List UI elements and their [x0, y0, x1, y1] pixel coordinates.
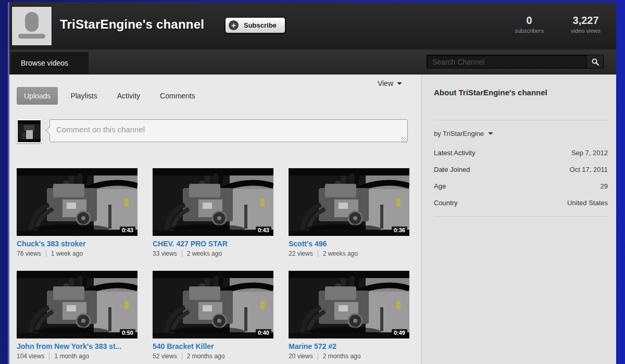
video-views: 22 views — [289, 250, 318, 257]
video-card[interactable]: 0:43 Chuck's 383 stroker 76 views 1 week… — [17, 168, 138, 257]
video-title-link[interactable]: CHEV. 427 PRO STAR — [153, 240, 273, 248]
engine-dyno-thumbnail-image — [153, 271, 273, 338]
channel-search — [427, 55, 604, 69]
video-card[interactable]: 0:40 540 Bracket Killer 52 views 2 month… — [153, 271, 273, 360]
subscribers-stat: 0 subscribers — [515, 15, 544, 34]
user-avatar-image — [18, 120, 41, 142]
video-thumbnail[interactable]: 0:36 — [289, 168, 409, 236]
subscribe-button-label: Subscribe — [244, 21, 277, 29]
person-silhouette-icon — [12, 7, 52, 45]
video-age: 2 weeks ago — [318, 250, 358, 257]
video-age: 2 months ago — [318, 353, 361, 360]
subscribers-count: 0 — [515, 15, 544, 27]
info-value: Oct 17, 2011 — [570, 166, 608, 173]
video-title-link[interactable]: 540 Bracket Killer — [153, 342, 273, 350]
search-input[interactable] — [427, 55, 604, 69]
video-meta: 20 views 2 months ago — [289, 353, 409, 360]
info-value: United States — [567, 199, 608, 207]
plus-icon: + — [229, 20, 239, 30]
video-age: 2 months ago — [182, 353, 225, 360]
comment-row — [17, 119, 408, 144]
about-sidebar: About TriStarEngine's channel by TriStar… — [421, 74, 616, 364]
byline-dropdown[interactable]: by TriStarEngine — [434, 130, 608, 137]
video-duration: 0:43 — [256, 227, 271, 234]
subscribe-button[interactable]: + Subscribe — [225, 17, 285, 33]
video-thumbnail[interactable]: 0:43 — [153, 168, 273, 236]
search-button[interactable] — [586, 55, 603, 68]
browse-videos-tab[interactable]: Browse videos — [10, 52, 89, 74]
video-meta: 52 views 2 months ago — [153, 353, 273, 360]
video-age: 2 weeks ago — [182, 250, 222, 257]
channel-avatar[interactable] — [11, 6, 52, 46]
video-views: 76 views — [17, 250, 46, 257]
divider — [434, 120, 608, 120]
info-row-date-joined: Date Joined Oct 17, 2011 — [434, 166, 608, 173]
channel-tabs: Uploads Playlists Activity Comments — [17, 87, 414, 105]
video-views: 52 views — [153, 353, 182, 360]
video-card[interactable]: 0:50 John from New York's 383 st... 104 … — [17, 271, 138, 360]
comment-box-wrap — [49, 119, 408, 144]
video-title-link[interactable]: Scott's 496 — [289, 240, 409, 248]
engine-dyno-thumbnail-image — [153, 168, 273, 236]
tab-playlists[interactable]: Playlists — [63, 87, 104, 105]
video-duration: 0:49 — [392, 329, 407, 336]
video-card[interactable]: 0:49 Marine 572 #2 20 views 2 months ago — [289, 271, 409, 360]
engine-dyno-thumbnail-image — [17, 271, 138, 338]
view-dropdown[interactable]: View — [378, 79, 402, 87]
info-value: Sep 7, 2012 — [571, 149, 608, 157]
about-title: About TriStarEngine's channel — [434, 88, 608, 97]
video-thumbnail[interactable]: 0:40 — [153, 271, 273, 338]
video-meta: 104 views 1 month ago — [17, 353, 138, 360]
engine-dyno-thumbnail-image — [289, 271, 409, 338]
search-icon — [592, 58, 599, 66]
main-column: Uploads Playlists Activity Comments View — [9, 74, 421, 364]
video-thumbnail[interactable]: 0:50 — [17, 271, 138, 338]
video-views: 20 views — [289, 353, 318, 360]
divider — [434, 216, 608, 217]
video-thumbnail[interactable]: 0:49 — [289, 271, 409, 338]
view-dropdown-label: View — [378, 79, 393, 87]
video-meta: 76 views 1 week ago — [17, 250, 138, 257]
info-label: Age — [434, 182, 446, 190]
page-title: TriStarEngine's channel — [60, 17, 204, 32]
video-views-label: video views — [571, 28, 601, 34]
video-card[interactable]: 0:43 CHEV. 427 PRO STAR 33 views 2 weeks… — [153, 168, 273, 257]
tab-activity[interactable]: Activity — [110, 87, 147, 105]
info-label: Latest Activity — [434, 149, 475, 157]
video-age: 1 month ago — [49, 353, 89, 360]
subscribers-label: subscribers — [515, 28, 544, 34]
tab-comments[interactable]: Comments — [153, 87, 203, 105]
video-views: 104 views — [17, 353, 49, 360]
video-duration: 0:50 — [120, 329, 135, 336]
info-row-latest-activity: Latest Activity Sep 7, 2012 — [434, 149, 608, 157]
video-views-stat: 3,227 video views — [571, 15, 601, 34]
video-title-link[interactable]: Marine 572 #2 — [289, 342, 409, 350]
byline-label: by TriStarEngine — [434, 130, 484, 137]
content-area: Uploads Playlists Activity Comments View — [9, 74, 616, 364]
video-duration: 0:36 — [392, 227, 407, 234]
video-thumbnail[interactable]: 0:43 — [17, 168, 138, 236]
video-title-link[interactable]: John from New York's 383 st... — [17, 342, 138, 350]
channel-stats: 0 subscribers 3,227 video views — [515, 15, 601, 34]
engine-dyno-thumbnail-image — [17, 168, 138, 236]
video-grid: 0:43 Chuck's 383 stroker 76 views 1 week… — [17, 168, 421, 364]
video-card[interactable]: 0:36 Scott's 496 22 views 2 weeks ago — [289, 168, 409, 257]
channel-header: TriStarEngine's channel + Subscribe 0 su… — [9, 2, 616, 49]
info-label: Country — [434, 199, 458, 207]
video-meta: 22 views 2 weeks ago — [289, 250, 409, 257]
video-views: 33 views — [153, 250, 182, 257]
engine-dyno-thumbnail-image — [289, 168, 409, 236]
info-row-age: Age 29 — [434, 182, 608, 190]
tab-uploads[interactable]: Uploads — [17, 87, 58, 105]
info-value: 29 — [601, 182, 608, 190]
browse-videos-label: Browse videos — [21, 59, 68, 67]
info-label: Date Joined — [434, 166, 470, 173]
chevron-down-icon — [488, 132, 493, 135]
user-avatar[interactable] — [17, 119, 42, 143]
channel-page: TriStarEngine's channel + Subscribe 0 su… — [9, 2, 616, 364]
video-duration: 0:43 — [120, 227, 135, 234]
video-title-link[interactable]: Chuck's 383 stroker — [17, 240, 138, 248]
comment-input[interactable] — [49, 119, 408, 142]
info-row-country: Country United States — [434, 199, 608, 207]
video-views-count: 3,227 — [571, 15, 601, 27]
